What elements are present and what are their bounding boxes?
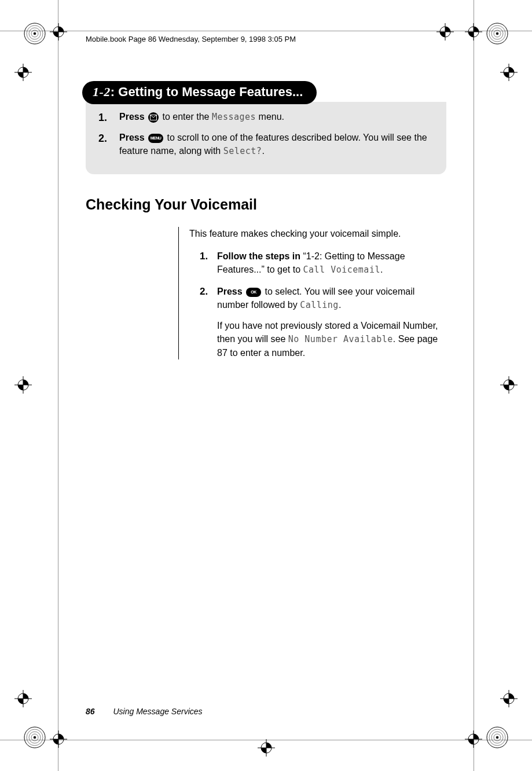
procedure-number: 1-2 — [93, 85, 111, 99]
registration-mark-icon — [465, 23, 482, 41]
rosette-icon — [23, 22, 46, 45]
registration-mark-icon — [436, 23, 454, 41]
registration-mark-icon — [50, 730, 67, 748]
step-bold: Follow the steps in — [217, 251, 300, 261]
step-text: . — [262, 146, 264, 156]
menu-key-icon: MENU — [148, 134, 163, 143]
registration-mark-icon — [500, 64, 518, 81]
rosette-icon — [23, 726, 46, 749]
lcd-text: Select? — [223, 146, 262, 156]
procedure-heading-pill: 1-2: Getting to Message Features... — [82, 81, 317, 104]
registration-mark-icon — [14, 690, 32, 707]
procedure-step: Press MENU to scroll to one of the featu… — [98, 131, 434, 158]
envelope-key-icon — [148, 112, 159, 123]
svg-point-9 — [496, 32, 498, 35]
procedure-step: Press to enter the Messages menu. — [98, 110, 434, 125]
registration-mark-icon — [258, 739, 275, 757]
svg-point-14 — [34, 736, 36, 739]
step-text: to scroll to one of the features describ… — [119, 133, 427, 156]
svg-point-19 — [496, 736, 498, 739]
step-bold: Press — [217, 287, 243, 296]
lcd-text: No Number Available — [288, 334, 393, 344]
svg-point-4 — [34, 32, 36, 35]
running-header: Mobile.book Page 86 Wednesday, September… — [86, 35, 296, 43]
indented-column: This feature makes checking your voicema… — [178, 227, 446, 359]
step-text: to enter the — [163, 112, 212, 122]
section-heading: Checking Your Voicemail — [86, 196, 446, 213]
lcd-text: Call Voicemail — [303, 265, 380, 275]
page-content: 1-2: Getting to Message Features... Pres… — [86, 81, 446, 702]
rosette-icon — [486, 22, 509, 45]
numbered-step: Follow the steps in “1-2: Getting to Mes… — [200, 249, 446, 277]
registration-mark-icon — [500, 376, 518, 394]
step-text: . — [380, 265, 383, 274]
lcd-text: Messages — [212, 112, 256, 122]
crop-line-right — [474, 0, 474, 771]
intro-text: This feature makes checking your voicema… — [189, 227, 446, 240]
numbered-step: Press OK to select. You will see your vo… — [200, 285, 446, 359]
footer-section-title: Using Message Services — [113, 707, 202, 716]
crop-line-left — [58, 0, 58, 771]
procedure-title: : Getting to Message Features... — [111, 85, 303, 99]
ok-key-icon: OK — [246, 288, 261, 297]
step-text: menu. — [256, 112, 284, 122]
procedure-steps-box: Press to enter the Messages menu. Press … — [86, 102, 446, 174]
page-footer: 86 Using Message Services — [86, 707, 203, 716]
registration-mark-icon — [14, 64, 32, 81]
step-verb: Press — [119, 112, 145, 122]
step-extra: If you have not previously stored a Voic… — [217, 319, 446, 359]
rosette-icon — [486, 726, 509, 749]
registration-mark-icon — [465, 730, 482, 748]
step-text: . — [339, 300, 341, 310]
lcd-text: Calling — [300, 300, 339, 310]
registration-mark-icon — [14, 376, 32, 394]
step-verb: Press — [119, 133, 145, 142]
registration-mark-icon — [500, 690, 518, 707]
page-number: 86 — [86, 707, 95, 716]
registration-mark-icon — [50, 23, 67, 41]
